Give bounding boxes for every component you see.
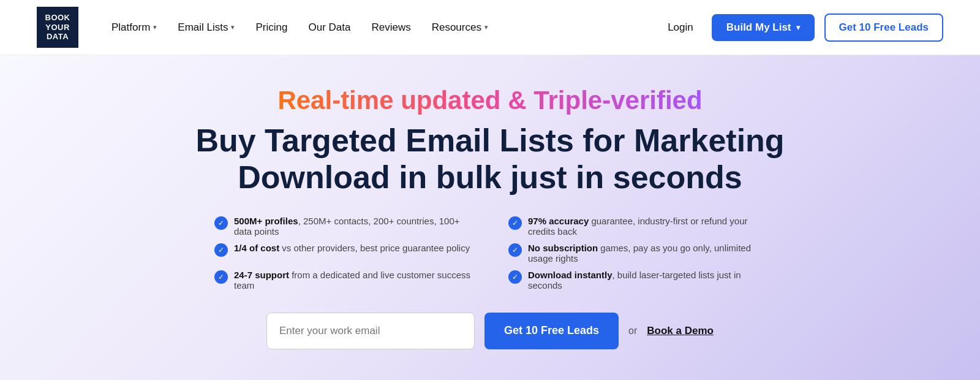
navbar: BOOK YOUR DATA Platform ▾ Email Lists ▾ … — [0, 0, 980, 55]
feature-item: ✓ 1/4 of cost vs other providers, best p… — [214, 243, 472, 264]
check-icon: ✓ — [214, 216, 228, 230]
get-free-leads-button-nav[interactable]: Get 10 Free Leads — [824, 13, 943, 42]
check-icon: ✓ — [508, 270, 522, 284]
logo[interactable]: BOOK YOUR DATA — [37, 7, 78, 48]
nav-links: Platform ▾ Email Lists ▾ Pricing Our Dat… — [103, 17, 659, 39]
hero-gradient-title: Real-time updated & Triple-verified — [277, 86, 702, 115]
nav-item-our-data[interactable]: Our Data — [300, 17, 359, 39]
login-button[interactable]: Login — [659, 17, 702, 39]
email-input[interactable] — [266, 313, 475, 349]
features-grid: ✓ 500M+ profiles, 250M+ contacts, 200+ c… — [214, 216, 766, 291]
cta-row: Get 10 Free Leads or Book a Demo — [266, 313, 714, 349]
book-demo-link[interactable]: Book a Demo — [647, 325, 714, 337]
chevron-down-icon: ▾ — [231, 23, 235, 31]
feature-item: ✓ Download instantly, build laser-target… — [508, 270, 766, 291]
feature-item: ✓ No subscription games, pay as you go o… — [508, 243, 766, 264]
check-icon: ✓ — [214, 270, 228, 284]
nav-item-platform[interactable]: Platform ▾ — [103, 17, 165, 39]
or-separator: or — [628, 325, 637, 336]
nav-item-reviews[interactable]: Reviews — [363, 17, 419, 39]
feature-item: ✓ 24-7 support from a dedicated and live… — [214, 270, 472, 291]
nav-item-pricing[interactable]: Pricing — [247, 17, 296, 39]
hero-section: Real-time updated & Triple-verified Buy … — [0, 55, 980, 380]
check-icon: ✓ — [214, 243, 228, 257]
nav-right: Login Build My List ▾ Get 10 Free Leads — [659, 13, 943, 42]
nav-item-resources[interactable]: Resources ▾ — [423, 17, 497, 39]
build-my-list-button[interactable]: Build My List ▾ — [712, 14, 815, 41]
check-icon: ✓ — [508, 216, 522, 230]
hero-main-title: Buy Targeted Email Lists for Marketing D… — [195, 123, 784, 196]
check-icon: ✓ — [508, 243, 522, 257]
feature-item: ✓ 97% accuracy guarantee, industry-first… — [508, 216, 766, 237]
feature-item: ✓ 500M+ profiles, 250M+ contacts, 200+ c… — [214, 216, 472, 237]
chevron-down-icon: ▾ — [796, 23, 800, 32]
get-free-leads-button-hero[interactable]: Get 10 Free Leads — [484, 313, 619, 349]
nav-item-email-lists[interactable]: Email Lists ▾ — [169, 17, 243, 39]
chevron-down-icon: ▾ — [153, 23, 157, 31]
chevron-down-icon: ▾ — [484, 23, 488, 31]
